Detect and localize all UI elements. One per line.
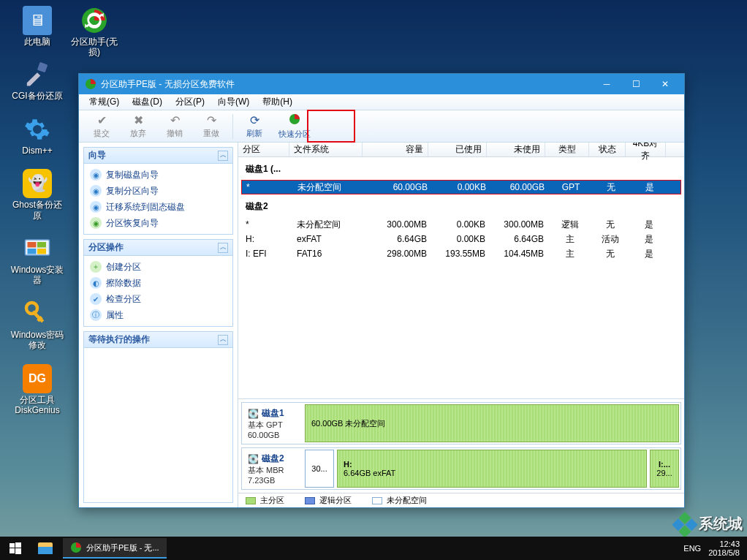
col-filesystem[interactable]: 文件系统 [289, 143, 363, 156]
close-button[interactable]: ✕ [651, 76, 680, 92]
svg-rect-0 [37, 62, 48, 72]
op-create[interactable]: ＋创建分区 [88, 259, 228, 275]
redo-icon: ↷ [207, 113, 216, 127]
svg-rect-5 [37, 249, 46, 254]
col-type[interactable]: 类型 [545, 143, 589, 156]
desktop-icon-pc[interactable]: 🖥 此电脑 [10, 6, 64, 47]
maximize-button[interactable]: ☐ [621, 76, 651, 92]
disk-icon: 💽 [248, 409, 259, 419]
disk2-h-segment[interactable]: H: 6.64GB exFAT [337, 450, 647, 488]
desktop-icon-diskgenius[interactable]: DG 分区工具DiskGenius [10, 364, 64, 416]
panel-operations-header[interactable]: 分区操作 ︿ [84, 240, 232, 256]
svg-rect-16 [10, 548, 15, 553]
disk1-title: 磁盘1 (... [238, 157, 684, 180]
svg-rect-3 [37, 242, 46, 248]
window-title: 分区助手PE版 - 无损分区免费软件 [101, 78, 592, 91]
disk2-unalloc-segment[interactable]: 30... [305, 450, 334, 488]
panel-pending: 等待执行的操作 ︿ [83, 331, 233, 503]
toolbar-undo[interactable]: ↶ 撤销 [156, 112, 193, 141]
refresh-icon: ⟳ [250, 113, 259, 127]
disk2-graph[interactable]: 💽磁盘2 基本 MBR 7.23GB 30... H: 6.64GB exFAT… [241, 447, 681, 490]
toolbar: ✔ 提交 ✖ 放弃 ↶ 撤销 ↷ 重做 ⟳ 刷新 快速分区 [79, 110, 684, 143]
refresh-icon [80, 6, 109, 35]
watermark-logo-icon [672, 510, 699, 537]
watermark: 系统城 [675, 514, 743, 534]
menubar: 常规(G) 磁盘(D) 分区(P) 向导(W) 帮助(H) [79, 94, 684, 110]
app-icon [85, 78, 96, 90]
toolbar-discard[interactable]: ✖ 放弃 [120, 112, 156, 141]
col-capacity[interactable]: 容量 [363, 143, 428, 156]
disk-graphs: 💽磁盘1 基本 GPT 60.00GB 60.00GB 未分配空间 💽磁盘2 基… [238, 398, 684, 493]
menu-general[interactable]: 常规(G) [83, 94, 125, 110]
tray-clock[interactable]: 12:43 2018/5/8 [708, 540, 740, 557]
tray-lang[interactable]: ENG [683, 544, 701, 553]
app-window: 分区助手PE版 - 无损分区免费软件 ─ ☐ ✕ 常规(G) 磁盘(D) 分区(… [78, 73, 685, 508]
col-used[interactable]: 已使用 [428, 143, 487, 156]
minimize-button[interactable]: ─ [592, 76, 621, 92]
disk2-i-segment[interactable]: I:... 29... [650, 450, 679, 488]
toolbar-commit[interactable]: ✔ 提交 [83, 112, 120, 141]
chevron-up-icon[interactable]: ︿ [218, 243, 228, 253]
check-icon: ✔ [90, 293, 102, 305]
x-icon: ✖ [134, 113, 143, 127]
gear-icon [23, 115, 52, 144]
menu-wizard[interactable]: 向导(W) [212, 94, 255, 110]
table-row[interactable]: * 未分配空间 300.00MB 0.00KB 300.00MB 逻辑 无 是 [241, 217, 681, 232]
hammer-icon [23, 60, 52, 89]
svg-rect-4 [28, 249, 37, 254]
shield-icon: ◉ [90, 201, 102, 213]
wizard-recover[interactable]: ◉分区恢复向导 [88, 215, 228, 231]
table-row[interactable]: H: exFAT 6.64GB 0.00KB 6.64GB 主 活动 是 [241, 232, 681, 246]
taskbar-explorer[interactable] [31, 537, 60, 560]
desktop-icon-wininstall[interactable]: Windows安装器 [10, 234, 64, 286]
taskbar-app[interactable]: 分区助手PE版 - 无... [63, 538, 167, 559]
desktop-icon-paragon[interactable]: 分区助手(无损) [67, 6, 121, 58]
menu-disk[interactable]: 磁盘(D) [126, 94, 168, 110]
disk-icon: DG [23, 364, 52, 393]
disk-icon: 💽 [248, 454, 259, 464]
op-prop[interactable]: ⓘ属性 [88, 307, 228, 323]
erase-icon: ◐ [90, 277, 102, 289]
menu-help[interactable]: 帮助(H) [257, 94, 298, 110]
legend-unalloc-icon [372, 497, 382, 504]
panel-operations: 分区操作 ︿ ＋创建分区 ◐擦除数据 ✔检查分区 ⓘ属性 [83, 239, 233, 327]
desktop-icon-winpw[interactable]: Windows密码修改 [10, 299, 64, 351]
main-content: 分区 文件系统 容量 已使用 未使用 类型 状态 4KB对齐 磁盘1 (... … [238, 143, 684, 507]
chevron-up-icon[interactable]: ︿ [218, 335, 228, 345]
toolbar-refresh[interactable]: ⟳ 刷新 [236, 112, 273, 141]
table-row[interactable]: I: EFI FAT16 298.00MB 193.55MB 104.45MB … [241, 246, 681, 261]
panel-wizard-header[interactable]: 向导 ︿ [84, 148, 232, 164]
desktop-icon-ghost[interactable]: 👻 Ghost备份还原 [10, 169, 64, 221]
menu-partition[interactable]: 分区(P) [170, 94, 211, 110]
disk1-graph[interactable]: 💽磁盘1 基本 GPT 60.00GB 60.00GB 未分配空间 [241, 402, 681, 444]
folder-icon [38, 542, 53, 554]
start-button[interactable] [0, 537, 31, 560]
svg-rect-14 [10, 543, 15, 548]
col-unused[interactable]: 未使用 [487, 143, 545, 156]
col-4k[interactable]: 4KB对齐 [626, 143, 666, 156]
legend-primary-icon [246, 497, 256, 504]
highlight-box [307, 110, 355, 143]
titlebar[interactable]: 分区助手PE版 - 无损分区免费软件 ─ ☐ ✕ [79, 74, 684, 94]
undo-icon: ↶ [170, 113, 180, 127]
col-status[interactable]: 状态 [589, 143, 626, 156]
col-partition[interactable]: 分区 [238, 143, 289, 156]
wizard-migrate-ssd[interactable]: ◉迁移系统到固态磁盘 [88, 199, 228, 215]
op-check[interactable]: ✔检查分区 [88, 291, 228, 307]
chevron-up-icon[interactable]: ︿ [218, 151, 228, 161]
table-row-disk1-unalloc[interactable]: * 未分配空间 60.00GB 0.00KB 60.00GB GPT 无 是 [241, 180, 681, 194]
shield-icon: ◉ [90, 185, 102, 197]
legend-logical-icon [305, 497, 315, 504]
ghost-icon: 👻 [23, 169, 52, 198]
toolbar-redo[interactable]: ↷ 重做 [193, 112, 230, 141]
op-wipe[interactable]: ◐擦除数据 [88, 275, 228, 291]
wizard-copy-disk[interactable]: ◉复制磁盘向导 [88, 167, 228, 183]
desktop-icon-dism[interactable]: Dism++ [10, 115, 64, 156]
disk1-unalloc-segment[interactable]: 60.00GB 未分配空间 [305, 404, 679, 442]
info-icon: ⓘ [90, 309, 102, 321]
svg-rect-2 [28, 242, 37, 248]
desktop-icon-cgi[interactable]: CGI备份还原 [10, 60, 64, 101]
panel-pending-header[interactable]: 等待执行的操作 ︿ [84, 332, 232, 348]
svg-rect-15 [15, 542, 21, 548]
wizard-copy-partition[interactable]: ◉复制分区向导 [88, 183, 228, 199]
